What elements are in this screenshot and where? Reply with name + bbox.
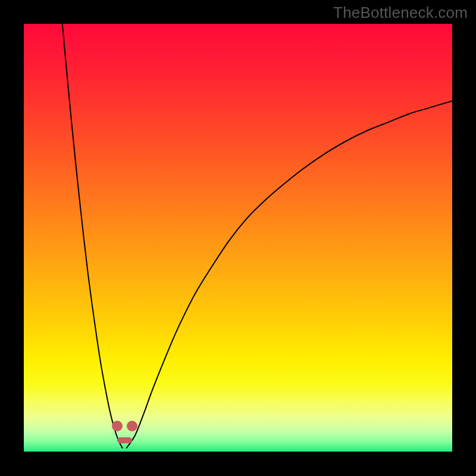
chart-frame: TheBottleneck.com <box>0 0 476 476</box>
plot-area <box>24 24 452 452</box>
watermark-text: TheBottleneck.com <box>333 4 468 22</box>
